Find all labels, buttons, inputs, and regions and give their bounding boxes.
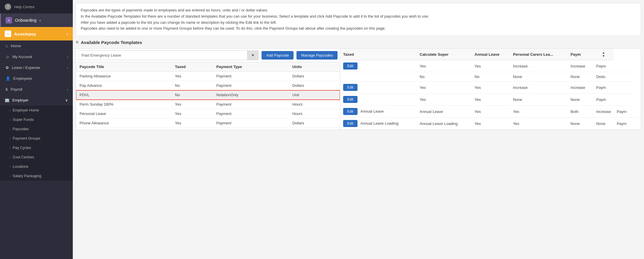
taxed-cell: Yes [171,72,213,81]
building-icon: 🏢 [5,98,9,102]
dropdown-arrow-icon[interactable]: ▼ [247,51,258,60]
col-units: Units [289,62,333,72]
edit-button[interactable]: Edit [343,84,358,91]
arrow-icon: ‹ [9,165,10,168]
people-icon: 👤 [6,76,10,81]
sidebar-item-paycodes[interactable]: ‹ Paycodes [0,124,73,134]
sidebar-item-super-funds[interactable]: ‹ Super Funds [0,115,73,124]
table-row[interactable]: Phone Allowance Yes Payment Dollars [76,119,340,128]
pay-cycles-label: Pay Cycles [13,146,31,150]
arrow-icon: ‹ [9,156,10,159]
edit-button[interactable]: Edit [343,108,358,115]
paycode-dropdown-value[interactable]: Paid Emergency Leave [79,51,247,60]
section-title: Available Paycode Templates [81,40,142,45]
payment-type-cell: NotationOnly [213,90,289,100]
sidebar-my-account-label: My Account [12,55,32,59]
sidebar-item-payroll[interactable]: $ Payroll ‹ [0,84,73,95]
sidebar-item-my-account[interactable]: ☺ My Account ‹ [0,51,73,62]
table-row[interactable]: Personal Leave Yes Payment Hours [76,109,340,119]
scroll-up-icon[interactable]: ▲ [602,51,605,54]
sidebar-item-employer[interactable]: 🏢 Employer ∨ [0,95,73,106]
table-row[interactable]: PDVL No NotationOnly Unit [76,90,340,100]
scroll-cell [333,81,340,90]
right-calc-super-cell: Yes [510,118,568,130]
sidebar-item-salary-packaging[interactable]: ‹ Salary Packaging [0,171,73,181]
table-row[interactable]: Pay Advance No Payment Dollars [76,81,340,90]
right-taxed-cell: Yes [417,82,472,94]
right-personal-carers-cell: Increase [593,106,614,118]
onboarding-chevron-icon: ‹ [39,18,41,23]
two-panel: Paid Emergency Leave ▼ Add Paycode Manag… [76,48,641,130]
col-scroll [333,62,340,72]
main-content: Paycodes are the types of payments made … [73,0,644,259]
right-scroll-cell [614,94,633,106]
col-taxed: Taxed [171,62,213,72]
sidebar-employer-label: Employer [12,98,28,102]
sidebar-leave-label: Leave / Expense [12,65,40,70]
sidebar-item-onboarding[interactable]: ≡ Onboarding ‹ [0,13,73,27]
aussiepay-icon: ≡ [5,31,11,37]
scroll-down-icon[interactable]: ▼ [602,54,605,57]
right-taxed-cell: Yes [472,118,510,130]
right-paym-cell: Paym [593,60,614,72]
sidebar-item-pay-cycles[interactable]: ‹ Pay Cycles [0,143,73,153]
edit-button[interactable]: Edit [343,96,358,103]
table-row: No No None None Dedu [340,72,641,82]
payment-type-cell: Payment [213,109,289,119]
right-paym-cell: Paym [614,118,633,130]
sidebar-item-cost-centres[interactable]: ‹ Cost Centres [0,153,73,162]
taxed-cell: Yes [171,100,213,109]
sidebar-help[interactable]: ? Help Centre [0,0,73,13]
right-calc-super-cell: Yes [510,106,568,118]
left-table-wrap: Paycode Title Taxed Payment Type Units P… [76,62,340,128]
right-taxed-cell: Yes [417,94,472,106]
add-paycode-button[interactable]: Add Paycode [262,51,294,60]
employer-home-label: Employer Home [13,108,39,112]
sidebar-item-payment-groups[interactable]: ‹ Payment Groups [0,134,73,143]
units-cell: Hours [289,109,333,119]
paycode-detail-table: Taxed Calculate Super Annual Leave Perso… [340,49,641,130]
locations-label: Locations [13,165,28,169]
payment-groups-label: Payment Groups [13,136,40,140]
sidebar-item-locations[interactable]: ‹ Locations [0,162,73,171]
arrow-icon: ‹ [9,146,10,150]
desc-cell: Annual Leave [417,106,472,118]
sidebar: ? Help Centre ≡ Onboarding ‹ ≡ Aussiepay… [0,0,73,259]
onboarding-label: Onboarding [15,18,36,23]
manage-paycodes-button[interactable]: Manage Paycodes [296,51,338,60]
right-personal-carers-cell: None [568,72,594,82]
table-row[interactable]: Perm Sunday 180% Yes Payment Hours [76,100,340,109]
right-personal-carers-cell: None [568,94,594,106]
scroll-cell [333,72,340,81]
arrow-icon: ‹ [9,118,10,121]
right-scroll-cell [614,82,633,94]
arrow-icon: ‹ [9,137,10,140]
desc-cell: Annual Leave Loading [417,118,472,130]
sidebar-item-home[interactable]: ⌂ Home [0,40,73,51]
edit-button[interactable]: Edit [343,62,358,70]
right-personal-carers-cell: None [593,118,614,130]
table-row: Edit Annual Leave Loading Annual Leave L… [340,118,641,130]
employer-sub-menu: ‹ Employer Home ‹ Super Funds ‹ Paycodes… [0,106,73,181]
units-cell: Dollars [289,81,333,90]
arrow-icon: ‹ [9,128,10,131]
dollar-icon: $ [6,87,8,92]
info-line1: Paycodes are the types of payments made … [81,7,636,13]
paycode-title-cell: PDVL [76,90,171,100]
content-area: Paycodes are the types of payments made … [73,0,644,259]
right-scroll-cell [614,72,633,82]
edit-button[interactable]: Edit [343,120,358,127]
table-row[interactable]: Parking Allowance Yes Payment Dollars [76,72,340,81]
edit-label-cell: Edit Annual Leave Loading [340,118,417,130]
payroll-chevron-icon: ‹ [67,88,68,91]
edit-cell: Edit [340,94,417,106]
left-panel: Paid Emergency Leave ▼ Add Paycode Manag… [76,49,340,130]
table-row: Edit Yes Yes Increase Increase Paym [340,60,641,72]
sidebar-item-leave-expense[interactable]: ✿ Leave / Expense ‹ [0,62,73,73]
sidebar-item-aussiepay[interactable]: ≡ Aussiepay ‹ [0,27,73,40]
right-calc-super-cell: Yes [472,94,510,106]
sidebar-item-employees[interactable]: 👤 Employees [0,73,73,84]
sidebar-item-employer-home[interactable]: ‹ Employer Home [0,106,73,115]
right-annual-leave-cell: Increase [510,60,568,72]
right-paym-cell: Paym [614,106,633,118]
